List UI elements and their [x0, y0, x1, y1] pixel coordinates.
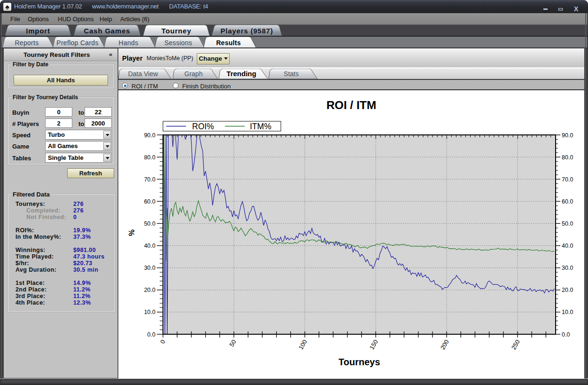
svg-text:40.0: 40.0	[562, 243, 573, 249]
svg-text:Sessions: Sessions	[164, 39, 192, 47]
svg-text:60.0: 60.0	[144, 198, 155, 205]
svg-text:Players (9587): Players (9587)	[220, 27, 273, 35]
svg-text:10.0: 10.0	[562, 309, 573, 315]
svg-text:50.0: 50.0	[562, 220, 573, 227]
svg-text:Reports: Reports	[15, 39, 39, 47]
svg-text:40.0: 40.0	[144, 243, 155, 249]
svg-text:0.0: 0.0	[147, 331, 155, 338]
svg-text:Graph: Graph	[185, 70, 203, 78]
svg-text:80.0: 80.0	[144, 154, 155, 161]
svg-text:70.0: 70.0	[144, 176, 155, 183]
svg-text:Preflop Cards: Preflop Cards	[56, 39, 99, 47]
svg-text:Trending: Trending	[226, 70, 256, 78]
svg-text:70.0: 70.0	[562, 176, 573, 183]
svg-text:30.0: 30.0	[144, 265, 155, 271]
svg-text:Tourneys: Tourneys	[339, 357, 380, 367]
svg-text:Results: Results	[216, 39, 241, 47]
svg-text:10.0: 10.0	[144, 309, 155, 315]
svg-text:90.0: 90.0	[144, 132, 155, 139]
svg-text:20.0: 20.0	[562, 287, 573, 293]
svg-text:Hands: Hands	[119, 39, 139, 47]
svg-text:ITM%: ITM%	[250, 122, 271, 131]
svg-text:Cash Games: Cash Games	[84, 27, 131, 35]
svg-text:30.0: 30.0	[562, 265, 573, 271]
svg-text:ROI / ITM: ROI / ITM	[326, 99, 376, 111]
svg-text:Import: Import	[26, 27, 50, 35]
svg-text:50: 50	[228, 338, 237, 348]
svg-text:0: 0	[159, 338, 167, 345]
svg-text:50.0: 50.0	[144, 220, 155, 227]
svg-text:0.0: 0.0	[562, 331, 570, 338]
svg-text:150: 150	[368, 338, 379, 351]
svg-text:ROI%: ROI%	[192, 122, 214, 131]
svg-text:100: 100	[297, 338, 309, 351]
svg-text:250: 250	[510, 338, 521, 351]
svg-text:Data View: Data View	[128, 70, 158, 78]
svg-text:20.0: 20.0	[144, 287, 155, 293]
svg-text:80.0: 80.0	[562, 154, 573, 161]
svg-text:60.0: 60.0	[562, 198, 573, 205]
svg-text:Stats: Stats	[284, 70, 299, 78]
svg-text:90.0: 90.0	[562, 132, 573, 139]
svg-text:200: 200	[439, 338, 450, 351]
svg-text:Tourney: Tourney	[162, 27, 192, 35]
svg-text:%: %	[128, 229, 136, 236]
